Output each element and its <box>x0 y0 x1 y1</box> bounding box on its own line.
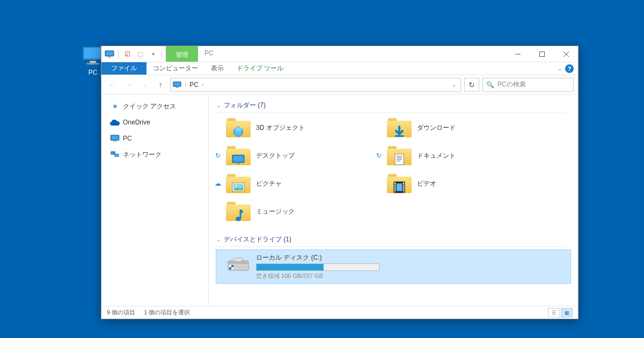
window-body: ★ クイック アクセス OneDrive PC ネットワーク <box>101 94 578 306</box>
folder-item[interactable]: ダウンロード <box>385 116 535 139</box>
folder-label: ビデオ <box>417 179 436 188</box>
ribbon-expand-icon[interactable]: ⌄ <box>558 65 562 71</box>
pc-monitor-icon <box>173 81 181 89</box>
address-bar[interactable]: › PC › ⌄ <box>170 78 461 92</box>
status-bar: 9 個の項目 1 個の項目を選択 ☰ ▦ <box>101 306 578 319</box>
sidebar-item-label: ネットワーク <box>123 150 162 159</box>
ribbon-tabs: ファイル コンピューター 表示 ドライブ ツール ⌄ ? <box>101 62 578 75</box>
folder-item[interactable]: ☁ ピクチャ <box>224 172 374 195</box>
quick-access-toolbar: ☑ ▢ ▾ <box>101 46 166 62</box>
folder-label: デスクトップ <box>256 151 295 160</box>
tab-view[interactable]: 表示 <box>204 62 230 75</box>
quick-access-icon: ★ <box>110 101 120 111</box>
sidebar-item-label: クイック アクセス <box>123 102 176 111</box>
svg-rect-40 <box>394 187 396 188</box>
folder-label: ピクチャ <box>256 179 282 188</box>
search-input[interactable]: 🔍 PCの検索 <box>482 78 574 92</box>
status-item-count: 9 個の項目 <box>107 308 135 317</box>
view-tiles-button[interactable]: ▦ <box>561 308 573 318</box>
folder-icon <box>226 118 251 137</box>
explorer-window: ☑ ▢ ▾ 管理 PC ファイル コンピューター 表示 ドライブ ツール ⌄ ? <box>101 46 579 319</box>
onedrive-icon <box>110 117 120 127</box>
qat-this-pc-icon[interactable] <box>104 48 115 60</box>
svg-rect-52 <box>229 265 231 267</box>
svg-point-33 <box>235 185 237 187</box>
window-controls <box>506 46 578 62</box>
folder-item[interactable]: ミュージック <box>224 200 374 223</box>
drive-icon <box>226 253 251 273</box>
svg-rect-6 <box>108 56 111 57</box>
tab-file[interactable]: ファイル <box>101 62 147 75</box>
qat-new-folder-icon[interactable]: ▢ <box>134 48 146 60</box>
breadcrumb-chevron-icon[interactable]: › <box>185 82 186 87</box>
tab-computer[interactable]: コンピューター <box>147 62 204 75</box>
svg-rect-12 <box>174 83 180 86</box>
svg-rect-15 <box>112 136 118 139</box>
drive-usage-bar <box>256 263 379 271</box>
cloud-status-icon: ☁ <box>214 180 222 187</box>
svg-point-47 <box>236 217 241 221</box>
sidebar-item-onedrive[interactable]: OneDrive <box>105 116 205 129</box>
view-details-button[interactable]: ☰ <box>548 308 560 318</box>
window-title: PC <box>198 46 506 62</box>
pc-monitor-icon <box>110 134 120 143</box>
svg-rect-1 <box>84 48 101 58</box>
svg-rect-53 <box>231 267 233 269</box>
group-header-folders[interactable]: ⌄ フォルダー (7) <box>216 99 565 113</box>
search-icon: 🔍 <box>486 81 494 89</box>
svg-rect-42 <box>403 183 404 184</box>
drive-item-c[interactable]: ローカル ディスク (C:) 空き領域 106 GB/237 GB <box>216 250 570 283</box>
svg-rect-41 <box>394 189 396 190</box>
sidebar-item-label: OneDrive <box>123 119 150 126</box>
sidebar-item-this-pc[interactable]: PC <box>105 132 205 145</box>
qat-divider <box>118 49 119 59</box>
nav-recent-dropdown[interactable]: ⌄ <box>138 78 151 91</box>
drive-free-text: 空き領域 106 GB/237 GB <box>256 272 390 280</box>
sidebar-item-quick-access[interactable]: ★ クイック アクセス <box>105 100 205 113</box>
breadcrumb-pc[interactable]: PC <box>189 81 199 89</box>
qat-properties-icon[interactable]: ☑ <box>121 48 133 60</box>
folder-item[interactable]: 3D オブジェクト <box>224 116 374 139</box>
folder-item[interactable]: ↻ デスクトップ <box>224 144 374 167</box>
refresh-button[interactable]: ↻ <box>464 78 479 92</box>
help-icon[interactable]: ? <box>565 64 574 73</box>
nav-back-button[interactable]: ← <box>106 78 119 91</box>
address-bar-row: ← → ⌄ ↑ › PC › ⌄ ↻ 🔍 PCの検索 <box>101 75 578 94</box>
qat-customize-icon[interactable]: ▾ <box>147 48 159 60</box>
close-button[interactable] <box>554 46 578 62</box>
sidebar-item-label: PC <box>123 135 132 142</box>
svg-rect-13 <box>176 87 179 88</box>
group-header-label: フォルダー (7) <box>224 101 266 110</box>
folder-grid: 3D オブジェクト ダウンロード ↻ デスクトップ ↻ ドキュメント ☁ ピクチ… <box>216 116 570 223</box>
contextual-tab-group: 管理 <box>166 46 198 62</box>
folder-item[interactable]: ↻ ドキュメント <box>385 144 535 167</box>
svg-rect-25 <box>237 163 240 164</box>
titlebar[interactable]: ☑ ▢ ▾ 管理 PC <box>101 46 578 62</box>
nav-forward-button[interactable]: → <box>122 78 135 91</box>
svg-rect-45 <box>403 189 404 190</box>
nav-up-button[interactable]: ↑ <box>154 78 167 91</box>
svg-rect-5 <box>106 52 113 55</box>
drive-name: ローカル ディスク (C:) <box>256 253 390 262</box>
svg-rect-38 <box>394 183 396 184</box>
folder-label: 3D オブジェクト <box>256 123 305 133</box>
search-placeholder: PCの検索 <box>497 80 526 89</box>
breadcrumb-chevron-icon[interactable]: › <box>202 82 203 87</box>
sync-status-icon: ↻ <box>214 152 222 159</box>
svg-rect-39 <box>394 185 396 186</box>
svg-rect-24 <box>233 156 243 161</box>
svg-rect-3 <box>87 63 99 64</box>
svg-rect-2 <box>90 61 96 63</box>
svg-rect-46 <box>397 183 402 191</box>
sidebar-item-network[interactable]: ネットワーク <box>105 148 205 161</box>
tab-drive-tools[interactable]: ドライブ ツール <box>230 62 290 75</box>
group-header-drives[interactable]: ⌄ デバイスとドライブ (1) <box>216 233 565 247</box>
status-selection-count: 1 個の項目を選択 <box>144 308 190 317</box>
chevron-down-icon: ⌄ <box>216 237 221 243</box>
maximize-button[interactable] <box>530 46 554 62</box>
folder-item[interactable]: ビデオ <box>385 172 535 195</box>
minimize-button[interactable] <box>506 46 530 62</box>
svg-rect-8 <box>539 52 544 56</box>
address-dropdown-icon[interactable]: ⌄ <box>450 82 458 87</box>
svg-rect-22 <box>395 135 404 137</box>
